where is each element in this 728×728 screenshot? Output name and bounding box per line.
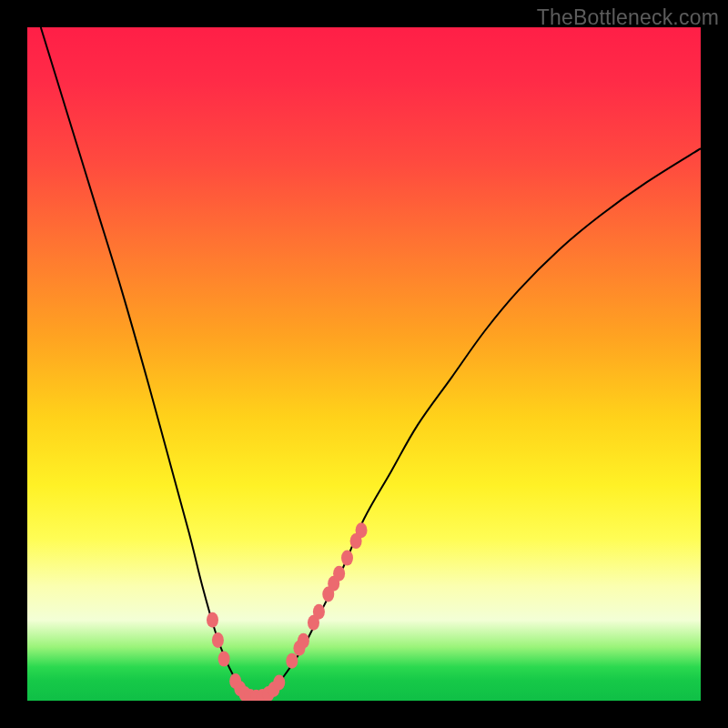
bottleneck-curve: [27, 27, 701, 701]
data-point-marker: [218, 652, 230, 667]
data-point-marker: [356, 522, 368, 538]
curve-lines: [41, 27, 701, 697]
data-point-marker: [286, 653, 298, 669]
chart-frame: TheBottleneck.com: [0, 0, 728, 728]
data-point-marker: [313, 604, 325, 620]
watermark-text: TheBottleneck.com: [537, 5, 719, 30]
data-point-marker: [333, 566, 345, 581]
data-point-marker: [341, 551, 353, 566]
plot-area: [27, 27, 701, 701]
curve-left-branch: [41, 27, 257, 697]
data-point-marker: [207, 612, 218, 628]
data-point-marker: [273, 675, 285, 691]
data-point-marker: [298, 633, 309, 649]
curve-markers: [207, 522, 368, 701]
data-point-marker: [212, 632, 224, 648]
